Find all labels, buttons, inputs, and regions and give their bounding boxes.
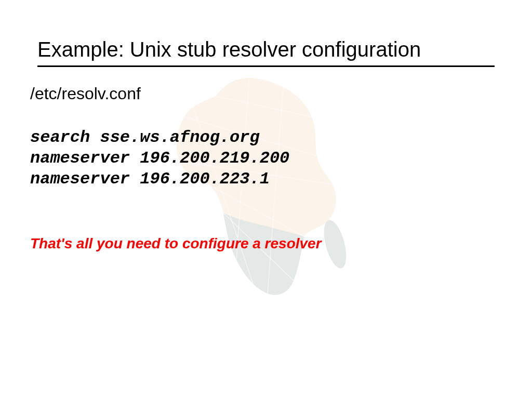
config-line-search: search sse.ws.afnog.org [30, 127, 498, 148]
config-line-nameserver-2: nameserver 196.200.223.1 [30, 169, 498, 190]
note-text: That's all you need to configure a resol… [30, 235, 498, 252]
config-line-nameserver-1: nameserver 196.200.219.200 [30, 148, 498, 169]
slide-title: Example: Unix stub resolver configuratio… [37, 37, 495, 61]
slide: Example: Unix stub resolver configuratio… [0, 0, 532, 399]
title-underline [37, 65, 495, 67]
title-block: Example: Unix stub resolver configuratio… [37, 37, 495, 67]
file-path: /etc/resolv.conf [30, 84, 498, 103]
body-block: /etc/resolv.conf search sse.ws.afnog.org… [30, 84, 498, 252]
